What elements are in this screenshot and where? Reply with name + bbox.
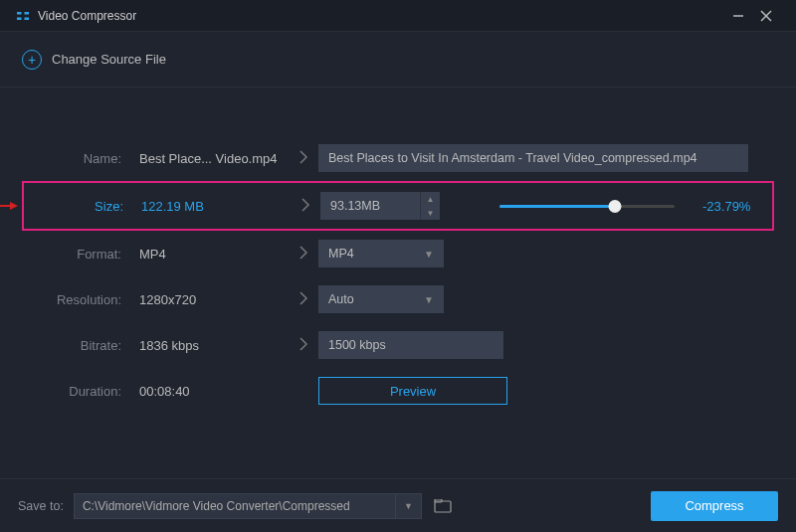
duration-value: 00:08:40 (139, 384, 289, 399)
folder-icon (434, 499, 452, 513)
format-value: MP4 (139, 247, 289, 262)
format-select[interactable]: MP4 ▼ (318, 240, 444, 267)
name-value: Best Place... Video.mp4 (139, 151, 289, 166)
size-row: Size: 122.19 MB ▲ ▼ -23.79% (26, 183, 770, 229)
format-row: Format: MP4 MP4 ▼ (24, 231, 772, 276)
duration-row: Duration: 00:08:40 Preview (24, 368, 772, 414)
arrow-icon (289, 337, 318, 354)
resolution-select[interactable]: Auto ▼ (318, 285, 444, 313)
change-source-bar[interactable]: + Change Source File (0, 32, 796, 88)
chevron-down-icon: ▼ (424, 294, 434, 305)
size-percent: -23.79% (702, 199, 750, 214)
format-label: Format: (24, 247, 139, 262)
bitrate-label: Bitrate: (24, 338, 139, 353)
change-source-label: Change Source File (52, 52, 166, 67)
resolution-value: 1280x720 (139, 292, 289, 307)
footer-bar: Save to: ▼ Compress (0, 478, 796, 532)
app-icon (16, 9, 30, 23)
bitrate-row: Bitrate: 1836 kbps (24, 322, 772, 368)
svg-rect-2 (22, 9, 25, 23)
chevron-down-icon: ▼ (404, 501, 413, 511)
size-label: Size: (26, 199, 141, 214)
bitrate-input[interactable] (318, 331, 503, 359)
main-content: Name: Best Place... Video.mp4 Size: 122.… (0, 88, 796, 414)
size-value: 122.19 MB (141, 199, 291, 214)
add-icon: + (22, 50, 42, 70)
slider-thumb[interactable] (609, 200, 622, 213)
size-stepper[interactable]: ▲ ▼ (320, 192, 440, 220)
bitrate-value: 1836 kbps (139, 338, 289, 353)
stepper-down-icon[interactable]: ▼ (421, 206, 440, 220)
arrow-icon (289, 291, 318, 308)
open-folder-button[interactable] (430, 493, 456, 519)
minimize-button[interactable] (724, 2, 752, 30)
save-to-label: Save to: (18, 499, 64, 513)
duration-label: Duration: (24, 384, 139, 399)
output-name-input[interactable] (318, 144, 748, 172)
size-slider[interactable]: -23.79% (499, 199, 750, 214)
window-title: Video Compressor (38, 9, 724, 23)
chevron-down-icon: ▼ (424, 249, 434, 260)
stepper-up-icon[interactable]: ▲ (421, 192, 440, 206)
arrow-icon (289, 150, 318, 167)
resolution-row: Resolution: 1280x720 Auto ▼ (24, 276, 772, 322)
preview-button[interactable]: Preview (318, 377, 507, 405)
size-highlight-box: Size: 122.19 MB ▲ ▼ -23.79% (22, 181, 774, 231)
close-button[interactable] (752, 2, 780, 30)
name-row: Name: Best Place... Video.mp4 (24, 135, 772, 181)
arrow-icon (289, 246, 318, 263)
resolution-label: Resolution: (24, 292, 139, 307)
arrow-icon (291, 198, 320, 215)
annotation-arrow-icon (0, 201, 18, 211)
name-label: Name: (24, 151, 139, 166)
compress-button[interactable]: Compress (651, 491, 778, 521)
svg-rect-8 (435, 501, 451, 512)
titlebar: Video Compressor (0, 0, 796, 32)
save-path-input[interactable] (74, 493, 396, 519)
svg-marker-7 (10, 202, 18, 210)
save-path-dropdown[interactable]: ▼ (396, 493, 422, 519)
size-output-input[interactable] (320, 192, 420, 220)
